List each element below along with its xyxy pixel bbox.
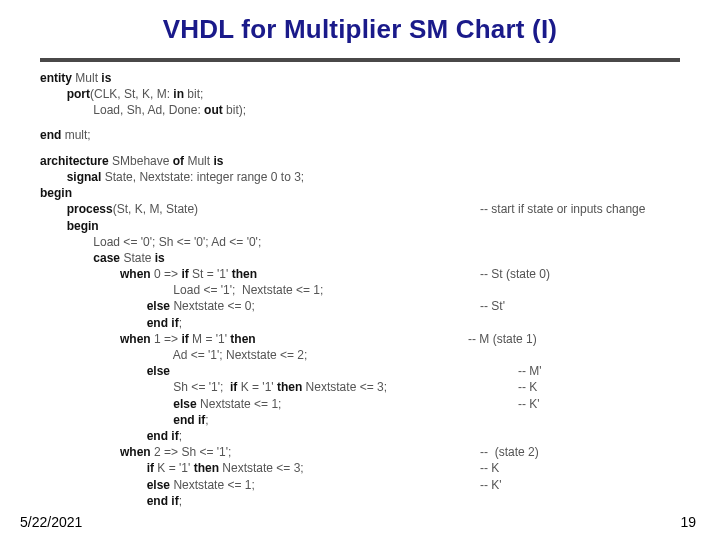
- code-line: Load <= '0'; Sh <= '0'; Ad <= '0';: [40, 234, 680, 250]
- kw-endif: end if: [40, 494, 179, 508]
- code-line: Load <= '1'; Nextstate <= 1;: [40, 282, 680, 298]
- comment: -- K': [518, 396, 540, 412]
- tok: Nextstate <= 1;: [173, 478, 254, 492]
- tok: Load <= '0'; Sh <= '0'; Ad <= '0';: [40, 235, 261, 249]
- kw-else: else: [40, 397, 200, 411]
- code-line: port(CLK, St, K, M: in bit;: [40, 86, 680, 102]
- code-line: when 1 => if M = '1' then-- M (state 1): [40, 331, 680, 347]
- tok: K = '1': [157, 461, 193, 475]
- kw-else: else: [40, 478, 173, 492]
- kw-in: in: [173, 87, 187, 101]
- tok: (St, K, M, State): [113, 202, 198, 216]
- kw-when: when: [40, 267, 154, 281]
- tok: 1 =>: [154, 332, 181, 346]
- kw-is: is: [155, 251, 165, 265]
- kw-begin: begin: [40, 219, 99, 233]
- footer-page-number: 19: [680, 514, 696, 530]
- tok: (CLK, St, K, M:: [90, 87, 173, 101]
- comment: -- K': [480, 477, 502, 493]
- comment: -- K: [480, 460, 499, 476]
- code-line: else-- M': [40, 363, 680, 379]
- comment: -- start if state or inputs change: [480, 201, 645, 217]
- code-line: case State is: [40, 250, 680, 266]
- code-line: entity Mult is: [40, 70, 680, 86]
- kw-is: is: [101, 71, 111, 85]
- code-line: signal State, Nextstate: integer range 0…: [40, 169, 680, 185]
- code-line: end if;: [40, 412, 680, 428]
- kw-if: if: [230, 380, 241, 394]
- kw-port: port: [40, 87, 90, 101]
- kw-is: is: [213, 154, 223, 168]
- footer-date: 5/22/2021: [20, 514, 82, 530]
- kw-then: then: [277, 380, 306, 394]
- title-rule: [40, 58, 680, 62]
- kw-entity: entity: [40, 71, 75, 85]
- code-line: begin: [40, 185, 680, 201]
- tok: M = '1': [192, 332, 230, 346]
- kw-endif: end if: [40, 429, 179, 443]
- kw-end: end: [40, 128, 65, 142]
- tok: bit;: [187, 87, 203, 101]
- tok: Mult: [187, 154, 213, 168]
- tok: SMbehave: [112, 154, 173, 168]
- code-line: end if;: [40, 315, 680, 331]
- tok: Load <= '1'; Nextstate <= 1;: [40, 283, 323, 297]
- code-block: entity Mult is port(CLK, St, K, M: in bi…: [40, 70, 680, 509]
- kw-when: when: [40, 445, 154, 459]
- tok: K = '1': [241, 380, 277, 394]
- tok: Sh <= '1';: [40, 380, 230, 394]
- code-line: when 0 => if St = '1' then-- St (state 0…: [40, 266, 680, 282]
- kw-endif: end if: [40, 413, 205, 427]
- tok: Nextstate <= 3;: [222, 461, 303, 475]
- code-line: end if;: [40, 428, 680, 444]
- tok: ;: [205, 413, 208, 427]
- code-line: Sh <= '1'; if K = '1' then Nextstate <= …: [40, 379, 680, 395]
- code-line: when 2 => Sh <= '1';-- (state 2): [40, 444, 680, 460]
- comment: -- K: [518, 379, 537, 395]
- tok: Mult: [75, 71, 101, 85]
- kw-if: if: [40, 461, 157, 475]
- comment: -- (state 2): [480, 444, 539, 460]
- kw-then: then: [194, 461, 223, 475]
- code-line: [40, 143, 680, 153]
- comment: -- St (state 0): [480, 266, 550, 282]
- kw-else: else: [40, 299, 173, 313]
- code-line: else Nextstate <= 1;-- K': [40, 477, 680, 493]
- kw-else: else: [40, 364, 170, 378]
- code-line: Ad <= '1'; Nextstate <= 2;: [40, 347, 680, 363]
- code-line: process(St, K, M, State)-- start if stat…: [40, 201, 680, 217]
- kw-case: case: [40, 251, 123, 265]
- comment: -- St': [480, 298, 505, 314]
- comment: -- M': [518, 363, 542, 379]
- kw-out: out: [204, 103, 226, 117]
- tok: Ad <= '1'; Nextstate <= 2;: [40, 348, 307, 362]
- tok: Nextstate <= 0;: [173, 299, 254, 313]
- kw-process: process: [40, 202, 113, 216]
- tok: State, Nextstate: integer range 0 to 3;: [105, 170, 304, 184]
- tok: Nextstate <= 3;: [306, 380, 387, 394]
- tok: mult;: [65, 128, 91, 142]
- kw-signal: signal: [40, 170, 105, 184]
- kw-then: then: [230, 332, 255, 346]
- kw-then: then: [232, 267, 257, 281]
- code-line: [40, 119, 680, 127]
- tok: ;: [179, 494, 182, 508]
- tok: Nextstate <= 1;: [200, 397, 281, 411]
- code-line: end if;: [40, 493, 680, 509]
- kw-when: when: [40, 332, 154, 346]
- kw-architecture: architecture: [40, 154, 112, 168]
- code-line: if K = '1' then Nextstate <= 3;-- K: [40, 460, 680, 476]
- tok: Load, Sh, Ad, Done:: [40, 103, 204, 117]
- slide: VHDL for Multiplier SM Chart (I) entity …: [0, 0, 720, 540]
- code-line: end mult;: [40, 127, 680, 143]
- tok: ;: [179, 429, 182, 443]
- tok: St = '1': [192, 267, 232, 281]
- tok: State: [123, 251, 154, 265]
- kw-endif: end if: [40, 316, 179, 330]
- kw-begin: begin: [40, 186, 72, 200]
- tok: 2 => Sh <= '1';: [154, 445, 231, 459]
- kw-of: of: [173, 154, 188, 168]
- comment: -- M (state 1): [468, 331, 537, 347]
- tok: ;: [179, 316, 182, 330]
- kw-if: if: [181, 332, 192, 346]
